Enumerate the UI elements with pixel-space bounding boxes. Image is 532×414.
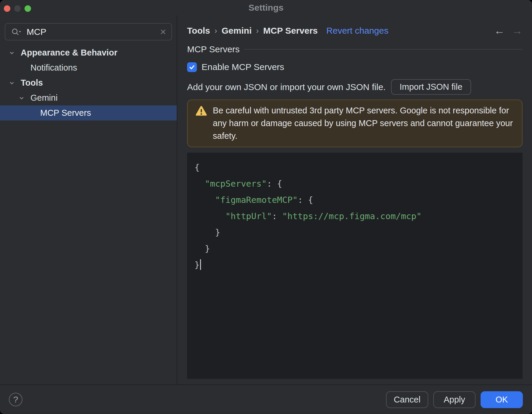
warning-icon [195, 106, 207, 116]
checkmark-icon [189, 64, 195, 70]
breadcrumb-item-tools[interactable]: Tools [187, 26, 210, 36]
cancel-button[interactable]: Cancel [386, 391, 428, 408]
settings-tree: Appearance & BehaviorNotificationsToolsG… [0, 45, 177, 120]
code-area[interactable]: { "mcpServers": { "figmaRemoteMCP": { "h… [187, 153, 523, 273]
enable-mcp-servers-checkbox[interactable] [187, 62, 197, 72]
code-token-punctuation [194, 195, 215, 205]
code-token-punctuation: } [194, 244, 210, 254]
import-row: Add your own JSON or import your own JSO… [187, 79, 523, 95]
clear-search-icon[interactable] [160, 28, 167, 35]
code-token-string: "mcpServers" [205, 179, 267, 189]
code-token-punctuation: : [272, 211, 282, 221]
code-line: "figmaRemoteMCP": { [194, 192, 523, 208]
code-token-string: "figmaRemoteMCP" [215, 195, 298, 205]
chevron-down-icon[interactable] [8, 79, 21, 87]
sidebar-item-appearance-behavior[interactable]: Appearance & Behavior [0, 45, 177, 60]
breadcrumb-separator: › [215, 26, 217, 35]
code-token-punctuation: } [194, 227, 220, 237]
code-line: } [194, 257, 523, 273]
footer-buttons: CancelApplyOK [386, 391, 523, 408]
code-token-punctuation: { [194, 162, 200, 172]
sidebar: MCP Appearance & BehaviorNotificationsTo… [0, 15, 177, 384]
main-panel: Tools›Gemini›MCP Servers Revert changes … [177, 15, 532, 384]
forward-arrow-icon[interactable]: → [512, 25, 523, 36]
sidebar-item-label: MCP Servers [40, 108, 91, 118]
revert-changes-link[interactable]: Revert changes [326, 26, 388, 36]
search-icon [11, 27, 21, 36]
sidebar-item-label: Tools [21, 78, 43, 88]
code-line: "mcpServers": { [194, 176, 523, 192]
breadcrumb-row: Tools›Gemini›MCP Servers Revert changes … [187, 25, 523, 36]
sidebar-item-tools[interactable]: Tools [0, 75, 177, 90]
enable-mcp-servers-row[interactable]: Enable MCP Servers [187, 62, 523, 72]
breadcrumb-item-mcp-servers[interactable]: MCP Servers [263, 26, 318, 36]
titlebar: Settings [0, 0, 532, 15]
import-description: Add your own JSON or import your own JSO… [187, 82, 386, 92]
sidebar-item-label: Gemini [30, 93, 58, 103]
code-token-punctuation [194, 211, 226, 221]
sidebar-item-gemini[interactable]: Gemini [0, 90, 177, 105]
code-token-string: "httpUrl" [226, 211, 272, 221]
code-line: } [194, 224, 523, 241]
enable-mcp-servers-label: Enable MCP Servers [202, 62, 284, 72]
settings-search-field[interactable]: MCP [5, 23, 172, 40]
sidebar-item-mcp-servers[interactable]: MCP Servers [0, 105, 177, 120]
section-divider [244, 49, 523, 50]
footer-bar: ? CancelApplyOK [0, 384, 532, 414]
window-title: Settings [0, 0, 532, 15]
breadcrumb: Tools›Gemini›MCP Servers [187, 26, 318, 36]
help-button[interactable]: ? [9, 393, 22, 406]
code-token-punctuation: : { [267, 179, 282, 189]
code-token-string: "https://mcp.figma.com/mcp" [282, 211, 421, 221]
sidebar-item-notifications[interactable]: Notifications [0, 60, 177, 75]
code-line: { [194, 159, 523, 176]
sidebar-item-label: Notifications [30, 63, 77, 73]
text-cursor [200, 259, 201, 270]
settings-window: Settings MCP Ap [0, 0, 532, 414]
warning-banner: Be careful with untrusted 3rd party MCP … [187, 100, 523, 147]
json-editor[interactable]: { "mcpServers": { "figmaRemoteMCP": { "h… [187, 153, 523, 379]
breadcrumb-separator: › [256, 26, 259, 35]
warning-text: Be careful with untrusted 3rd party MCP … [213, 104, 514, 142]
sidebar-item-label: Appearance & Behavior [21, 48, 117, 58]
code-token-punctuation: } [194, 260, 200, 270]
import-json-file-button[interactable]: Import JSON file [391, 79, 471, 95]
back-arrow-icon[interactable]: ← [494, 25, 505, 36]
code-line: "httpUrl": "https://mcp.figma.com/mcp" [194, 208, 523, 224]
code-line: } [194, 241, 523, 257]
code-token-punctuation [194, 179, 205, 189]
chevron-down-icon[interactable] [8, 49, 21, 56]
apply-button[interactable]: Apply [433, 391, 476, 408]
chevron-down-icon[interactable] [18, 94, 30, 102]
search-input[interactable]: MCP [27, 27, 160, 37]
history-navigation: ← → [494, 25, 523, 36]
ok-button[interactable]: OK [481, 391, 523, 408]
section-title: MCP Servers [187, 44, 240, 54]
code-token-punctuation: : { [298, 195, 313, 205]
breadcrumb-item-gemini[interactable]: Gemini [222, 26, 252, 36]
section-header: MCP Servers [187, 44, 523, 54]
